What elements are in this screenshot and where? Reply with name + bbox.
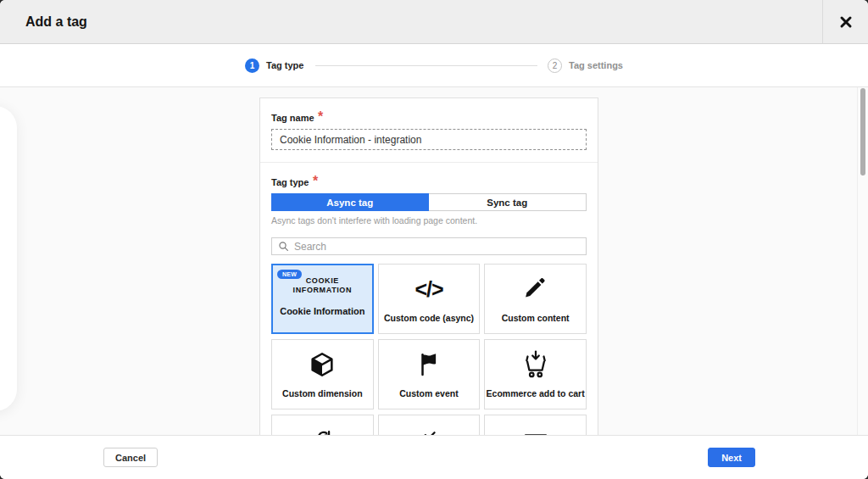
- search-icon: [278, 241, 289, 252]
- cart-add-icon: [520, 348, 552, 381]
- tag-type-toggle: Async tag Sync tag: [271, 193, 587, 211]
- tile-custom-dimension[interactable]: Custom dimension: [271, 339, 374, 409]
- step-1-circle[interactable]: 1: [245, 58, 259, 73]
- tile-label: Custom code (async): [384, 314, 474, 333]
- tile-label: Custom content: [502, 314, 570, 333]
- sync-tag-option[interactable]: Sync tag: [429, 193, 587, 211]
- header-spacer: [87, 0, 822, 43]
- step-connector: [315, 65, 537, 66]
- modal-footer: Cancel Next: [0, 435, 868, 479]
- search-input[interactable]: [294, 241, 580, 253]
- tag-type-grid: NEW COOKIE INFORMATION Cookie Informatio…: [271, 264, 587, 435]
- required-marker: *: [313, 174, 318, 188]
- tag-name-input[interactable]: [271, 129, 587, 150]
- next-button[interactable]: Next: [708, 448, 755, 467]
- tile-label: Ecommerce add to cart: [487, 389, 585, 409]
- cancel-button[interactable]: Cancel: [103, 448, 158, 467]
- tile-custom-code-async[interactable]: </> Custom code (async): [378, 264, 481, 334]
- tile-label: Cookie Information: [280, 306, 364, 316]
- cart-refresh-icon: [306, 429, 338, 435]
- modal-header: Add a tag: [0, 0, 868, 44]
- required-marker: *: [318, 109, 323, 124]
- pencil-icon: [523, 276, 548, 302]
- modal-body: Tag name * Tag type * Async tag Sync tag…: [0, 87, 868, 435]
- tile-ecommerce-product-detail-view[interactable]: [484, 415, 587, 435]
- tile-custom-event[interactable]: Custom event: [378, 339, 481, 409]
- cube-icon: [308, 350, 337, 379]
- flag-icon: [416, 352, 442, 377]
- step-2-label: Tag settings: [569, 60, 623, 70]
- tag-type-field: Tag type * Async tag Sync tag Async tags…: [271, 174, 587, 226]
- section-divider: [260, 162, 598, 163]
- tile-cookie-information[interactable]: NEW COOKIE INFORMATION Cookie Informatio…: [271, 264, 374, 334]
- new-badge: NEW: [277, 270, 302, 279]
- tile-label: Custom dimension: [282, 389, 363, 409]
- tile-custom-content[interactable]: Custom content: [484, 264, 587, 334]
- tag-type-label: Tag type: [271, 177, 309, 187]
- tag-search: [271, 237, 587, 255]
- tile-ecommerce-add-to-cart[interactable]: Ecommerce add to cart: [484, 339, 587, 409]
- async-helper-text: Async tags don't interfere with loading …: [271, 215, 587, 226]
- eye-box-icon: [521, 431, 550, 435]
- tag-name-field: Tag name *: [271, 109, 587, 150]
- tile-ecommerce-cart-update[interactable]: [271, 415, 374, 435]
- stepper: 1 Tag type 2 Tag settings: [245, 58, 623, 73]
- cookie-information-logo-icon: COOKIE INFORMATION: [293, 276, 352, 295]
- step-1-label: Tag type: [266, 60, 303, 70]
- scrollbar-thumb[interactable]: [860, 88, 865, 175]
- stepper-bar: 1 Tag type 2 Tag settings: [0, 44, 868, 87]
- background-card-edge: [0, 106, 17, 411]
- cart-check-icon: [413, 429, 445, 435]
- tile-ecommerce-order[interactable]: [378, 415, 481, 435]
- close-icon: [839, 15, 853, 29]
- tile-label: Custom event: [399, 389, 458, 409]
- add-tag-modal: Add a tag 1 Tag type 2 Tag settings Tag …: [0, 0, 868, 479]
- modal-title: Add a tag: [0, 14, 87, 30]
- async-tag-option[interactable]: Async tag: [271, 193, 429, 211]
- tag-name-label: Tag name: [271, 113, 314, 123]
- code-icon: </>: [415, 277, 442, 302]
- tag-form-panel: Tag name * Tag type * Async tag Sync tag…: [259, 97, 598, 435]
- close-button[interactable]: [822, 0, 868, 43]
- step-2-circle[interactable]: 2: [548, 58, 562, 73]
